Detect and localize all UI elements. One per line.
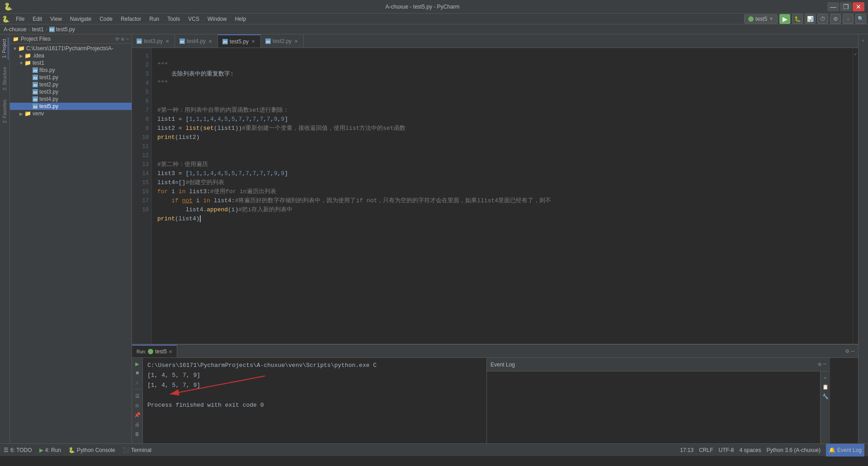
profile-button[interactable]: ⏱ <box>817 14 828 24</box>
menu-window[interactable]: Window <box>204 15 231 23</box>
breadcrumb-folder[interactable]: test1 <box>32 26 44 33</box>
tree-item-test4py[interactable]: py test4.py <box>10 95 132 103</box>
run-minimize-icon[interactable]: — <box>851 348 854 355</box>
run-pin-icon[interactable]: 📌 <box>133 411 142 419</box>
run-list-icon[interactable]: ☰ <box>133 392 142 400</box>
debug-button[interactable]: 🐛 <box>792 14 803 24</box>
structure-sidebar-icon[interactable]: 2: Structure <box>1 65 8 92</box>
vcs-update-button[interactable]: ↑ <box>843 14 854 24</box>
tab-test3py[interactable]: py test3.py ✕ <box>132 34 175 48</box>
run-with-coverage-button[interactable]: 📊 <box>805 14 816 24</box>
menu-tools[interactable]: Tools <box>164 15 184 23</box>
run-filter-icon[interactable]: ⊟ <box>133 401 142 409</box>
breadcrumb-project[interactable]: A-chuxue <box>4 26 27 33</box>
run-toolbar-play-icon: ▶ <box>39 447 43 453</box>
tree-item-test2py[interactable]: py test2.py <box>10 81 132 88</box>
check-mark: ✓ <box>853 48 858 57</box>
run-tab-close[interactable]: ✕ <box>169 349 172 354</box>
search-everywhere-button[interactable]: 🔍 <box>855 14 866 24</box>
menu-vcs[interactable]: VCS <box>184 15 203 23</box>
close-button[interactable]: ✕ <box>853 2 864 11</box>
project-sidebar-icon[interactable]: 1: Project <box>1 37 9 60</box>
run-scroll-down-icon[interactable]: ↓ <box>133 379 142 387</box>
tab-test2py-icon: py <box>265 38 271 44</box>
run-tab-section: Run: test5 ✕ <box>132 345 177 357</box>
tree-item-fibspy[interactable]: py fibs.py <box>10 67 132 74</box>
titlebar-left: 🐍 <box>4 2 18 11</box>
settings-button[interactable]: ⚙ <box>830 14 841 24</box>
project-tree: ▼ 📁 C:\Users\16171\PycharmProjects\A- ▶ … <box>10 44 132 443</box>
event-log-actions[interactable]: ⚙ — <box>818 361 826 368</box>
titlebar-controls[interactable]: — ❐ ✕ <box>827 2 864 11</box>
menu-file[interactable]: File <box>12 15 28 23</box>
settings-icon[interactable]: ⚙ <box>121 36 124 42</box>
event-log-icon3[interactable]: 🔧 <box>821 392 830 400</box>
favorites-sidebar-icon[interactable]: 2: Favorites <box>1 98 8 125</box>
maximize-button[interactable]: ❐ <box>840 2 852 11</box>
menu-navigate[interactable]: Navigate <box>66 15 95 23</box>
event-log-icon1[interactable]: ✏ <box>821 373 830 381</box>
run-delete-icon[interactable]: 🗑 <box>133 430 142 438</box>
event-log-button[interactable]: 🔔 Event Log <box>826 444 864 456</box>
run-print-icon[interactable]: 🖨 <box>133 420 142 428</box>
run-status-icon <box>148 349 153 354</box>
output-line-5: Process finished with exit code 0 <box>147 400 482 410</box>
run-play-icon[interactable]: ▶ <box>133 360 142 368</box>
right-sidebar-icon1[interactable]: ✓ <box>859 36 868 44</box>
line-separator[interactable]: CRLF <box>699 447 713 453</box>
menu-run[interactable]: Run <box>146 15 163 23</box>
run-button[interactable]: ▶ <box>779 14 790 24</box>
main-layout: 1: Project 2: Structure 2: Favorites 📁 P… <box>0 34 868 443</box>
menu-help[interactable]: Help <box>231 15 250 23</box>
menu-edit[interactable]: Edit <box>29 15 46 23</box>
output-line-2: [1, 4, 5, 7, 9] <box>147 371 482 380</box>
cursor-position[interactable]: 17:13 <box>680 447 693 453</box>
tree-item-venv[interactable]: ▶ 📁 venv <box>10 110 132 117</box>
tab-test3py-icon: py <box>137 38 142 44</box>
charset[interactable]: UTF-8 <box>719 447 734 453</box>
tree-item-test5py[interactable]: py test5.py <box>10 103 132 110</box>
tab-test5py-close[interactable]: ✕ <box>250 39 256 44</box>
event-log-icon2[interactable]: 📋 <box>821 383 830 391</box>
tree-item-test1[interactable]: ▼ 📁 test1 <box>10 59 132 67</box>
sync-icon[interactable]: ⟳ <box>115 36 119 42</box>
menu-code[interactable]: Code <box>96 15 116 23</box>
collapse-icon[interactable]: — <box>126 36 129 42</box>
run-settings-icon[interactable]: ⚙ <box>845 347 849 355</box>
tab-test2py[interactable]: py test2.py ✕ <box>261 34 304 48</box>
titlebar: 🐍 A-chuxue - test5.py - PyCharm — ❐ ✕ <box>0 0 868 14</box>
breadcrumb: A-chuxue › test1 › py test5.py <box>0 24 868 34</box>
tab-test4py[interactable]: py test4.py ✕ <box>175 34 218 48</box>
python-version[interactable]: Python 3.6 (A-chuxue) <box>767 447 821 453</box>
test1-folder-icon: 📁 <box>24 60 31 66</box>
tree-item-test1py[interactable]: py test1.py <box>10 74 132 81</box>
python-console-button[interactable]: 🐍 Python Console <box>68 447 115 453</box>
run-tab[interactable]: Run: test5 ✕ <box>132 345 177 357</box>
project-panel: 📁 Project Files ⟳ ⚙ — ▼ 📁 C:\Users\16171… <box>10 34 132 443</box>
test1py-icon: py <box>33 75 38 80</box>
terminal-button[interactable]: ⬛ Terminal <box>123 447 151 453</box>
tab-test3py-close[interactable]: ✕ <box>165 39 170 44</box>
tree-item-test3py[interactable]: py test3.py <box>10 88 132 95</box>
tab-test4py-close[interactable]: ✕ <box>208 39 213 44</box>
tree-root[interactable]: ▼ 📁 C:\Users\16171\PycharmProjects\A- <box>10 45 132 52</box>
tab-test2py-close[interactable]: ✕ <box>293 39 299 44</box>
indent[interactable]: 4 spaces <box>740 447 761 453</box>
breadcrumb-file[interactable]: py test5.py <box>49 26 75 33</box>
tree-item-idea[interactable]: ▶ 📁 .idea <box>10 52 132 59</box>
event-log-settings-icon[interactable]: ⚙ <box>818 361 821 368</box>
editor-column: py test3.py ✕ py test4.py ✕ py test5.py … <box>132 34 858 443</box>
minimize-button[interactable]: — <box>827 2 839 11</box>
menu-refactor[interactable]: Refactor <box>117 15 145 23</box>
tab-test5py[interactable]: py test5.py ✕ <box>218 34 261 48</box>
run-panel-settings[interactable]: ⚙ — <box>845 347 858 355</box>
menu-view[interactable]: View <box>47 15 66 23</box>
todo-button[interactable]: ☰ 6: TODO <box>4 447 32 453</box>
code-editor[interactable]: 1 2 3 4 5 6 7 8 9 10 11 12 13 14 15 16 1 <box>132 48 858 344</box>
code-content[interactable]: """ 去除列表中的重复数字: """ #第一种：用列表中自带的内置函数set进… <box>152 48 853 344</box>
project-panel-actions[interactable]: ⟳ ⚙ — <box>115 36 129 42</box>
run-stop-icon[interactable]: ■ <box>133 369 142 377</box>
event-log-minimize-icon[interactable]: — <box>823 361 826 368</box>
run-config-selector[interactable]: test5 ▼ <box>744 14 778 24</box>
run-toolbar-button[interactable]: ▶ 4: Run <box>39 447 61 453</box>
